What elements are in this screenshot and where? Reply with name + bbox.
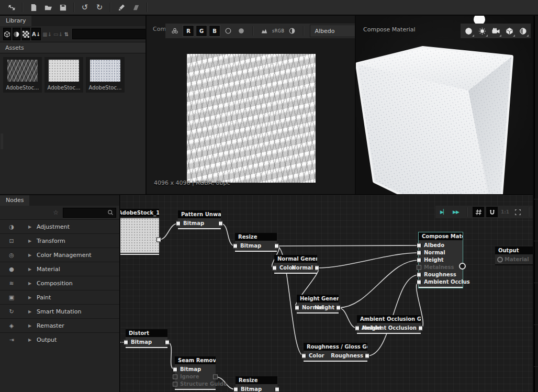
channel-select[interactable]: Albedo ▼ <box>310 25 355 37</box>
graph-node-pattern_unwarp[interactable]: Pattern UnwarpBitmap <box>178 210 221 229</box>
asset-card[interactable]: AdobeStoc... <box>86 57 125 93</box>
input-port[interactable] <box>417 265 421 270</box>
input-port[interactable] <box>124 340 128 345</box>
input-port[interactable] <box>417 243 421 248</box>
output-port[interactable] <box>275 387 279 392</box>
graph-node-resize2[interactable]: ResizeBitmap <box>236 376 277 392</box>
filter-3d-assets-button[interactable] <box>3 28 11 40</box>
snap-magnet-button[interactable] <box>486 207 498 217</box>
sort-type-button[interactable]: ▦↓ <box>42 28 52 40</box>
asset-card[interactable]: AdobeStoc... <box>3 57 42 93</box>
input-port[interactable] <box>173 382 177 387</box>
graph-node-seam[interactable]: Seam RemovalBitmapIgnoreStructure Guide <box>175 356 216 390</box>
srgb-label[interactable]: sRGB <box>272 29 284 33</box>
open-file-button[interactable] <box>41 1 55 14</box>
texture-2d-view[interactable] <box>187 54 316 183</box>
node-category-smart-mutation[interactable]: ↻▶Smart Mutation <box>0 304 119 318</box>
alpha-channel-icon[interactable] <box>223 26 233 36</box>
filter-textures-button[interactable] <box>22 28 30 40</box>
output-port[interactable] <box>315 266 319 271</box>
node-category-material[interactable]: ●▶Material <box>0 262 119 276</box>
paint-brush-button[interactable] <box>114 1 129 14</box>
gamma-icon[interactable] <box>287 26 297 36</box>
expand-caret-icon[interactable]: ▶ <box>23 323 37 328</box>
expand-caret-icon[interactable]: ▶ <box>23 338 37 342</box>
input-port[interactable] <box>233 244 238 249</box>
geometry-cube-icon[interactable] <box>505 26 514 36</box>
expand-caret-icon[interactable]: ▶ <box>23 225 37 229</box>
compute-all-button[interactable]: ▶▶ <box>451 207 461 217</box>
expand-caret-icon[interactable]: ▶ <box>23 281 37 286</box>
sort-date-button[interactable]: ▭↓ <box>53 28 63 40</box>
input-port[interactable] <box>417 251 421 255</box>
filter-materials-button[interactable] <box>13 28 20 40</box>
output-port[interactable] <box>365 354 369 359</box>
input-port[interactable] <box>173 375 177 379</box>
compute-step-button[interactable]: ▶▏ <box>438 207 449 217</box>
material-preview-cube[interactable] <box>356 16 533 194</box>
input-port[interactable] <box>497 257 503 263</box>
expand-caret-icon[interactable]: ▶ <box>23 295 37 300</box>
input-port[interactable] <box>173 367 177 372</box>
graph-node-compose[interactable]: Compose MateriAlbedoNormalHeightMetalnes… <box>419 232 463 288</box>
input-port[interactable] <box>355 326 360 331</box>
input-port[interactable] <box>417 280 421 285</box>
fit-frame-button[interactable] <box>512 207 523 217</box>
node-category-transform[interactable]: ⊡▶Transform <box>0 233 119 248</box>
library-search-input[interactable] <box>73 31 147 37</box>
channel-g-button[interactable]: G <box>196 25 207 37</box>
tiling-icon[interactable] <box>170 26 180 36</box>
node-graph[interactable]: ▶▏ ▶▶ 1:1 AdobeStock_175Pattern UnwarpBi… <box>120 195 533 392</box>
output-port[interactable] <box>156 238 161 242</box>
channel-b-button[interactable]: B <box>209 25 220 37</box>
new-file-button[interactable] <box>26 1 41 14</box>
output-port[interactable] <box>459 263 466 270</box>
graph-node-distort[interactable]: DistortBitmap <box>126 329 167 348</box>
graph-node-height_gen[interactable]: Height GeneratioNormalHeight <box>297 295 339 313</box>
graph-node-src[interactable]: AdobeStock_175 <box>120 209 159 255</box>
grid-toggle-button[interactable] <box>473 207 484 217</box>
input-port[interactable] <box>233 387 238 392</box>
input-port[interactable] <box>417 258 421 263</box>
undo-button[interactable]: ↺ <box>77 1 92 14</box>
graph-node-output[interactable]: OutputMaterial <box>495 247 533 265</box>
node-category-adjustment[interactable]: ◑▶Adjustment <box>0 219 119 233</box>
library-tab[interactable]: Library <box>0 16 31 26</box>
input-port[interactable] <box>295 306 299 310</box>
output-port[interactable] <box>218 221 223 226</box>
sort-alpha-button[interactable]: A↓ <box>31 28 41 40</box>
channel-r-button[interactable]: R <box>183 25 194 37</box>
solid-channel-icon[interactable] <box>236 26 246 36</box>
camera-icon[interactable] <box>491 26 500 36</box>
node-category-color-management[interactable]: ◎▶Color Management <box>0 248 119 262</box>
input-port[interactable] <box>176 221 181 226</box>
input-port[interactable] <box>417 273 421 277</box>
environment-icon[interactable] <box>464 26 473 36</box>
node-category-composition[interactable]: ≋▶Composition <box>0 276 119 290</box>
output-port[interactable] <box>336 306 341 310</box>
expand-caret-icon[interactable]: ▶ <box>23 253 37 257</box>
expand-caret-icon[interactable]: ▶ <box>23 267 37 272</box>
nodes-search-input[interactable] <box>63 209 107 216</box>
library-search[interactable] <box>72 29 147 39</box>
graph-node-rough_gen[interactable]: Roughness / Gloss GeneraColorRoughness <box>304 343 367 362</box>
node-category-paint[interactable]: ▣▶Paint <box>0 290 119 304</box>
eraser-button[interactable] <box>129 1 143 14</box>
favorites-star-icon[interactable]: ☆ <box>53 209 59 216</box>
zoom-ratio-button[interactable]: 1:1 <box>500 207 510 217</box>
expand-caret-icon[interactable]: ▶ <box>23 309 37 314</box>
asset-card[interactable]: AdobeStoc... <box>44 57 83 93</box>
assets-section-header[interactable]: Assets <box>0 42 145 53</box>
nodes-search[interactable] <box>63 208 116 218</box>
save-button[interactable] <box>55 1 70 14</box>
sort-direction-button[interactable]: ⇅ <box>64 28 69 40</box>
histogram-icon[interactable] <box>259 26 270 36</box>
node-category-remaster[interactable]: ◈▶Remaster <box>0 318 119 332</box>
output-port[interactable] <box>418 326 423 331</box>
right-scroll-strip[interactable] <box>534 16 538 392</box>
graph-node-normal_gen[interactable]: Normal GeneratColorNormal <box>274 255 317 274</box>
light-icon[interactable] <box>477 26 487 36</box>
redo-button[interactable]: ↻ <box>92 1 107 14</box>
input-port[interactable] <box>272 266 277 271</box>
graph-node-resize1[interactable]: ResizeBitmap <box>235 233 277 252</box>
